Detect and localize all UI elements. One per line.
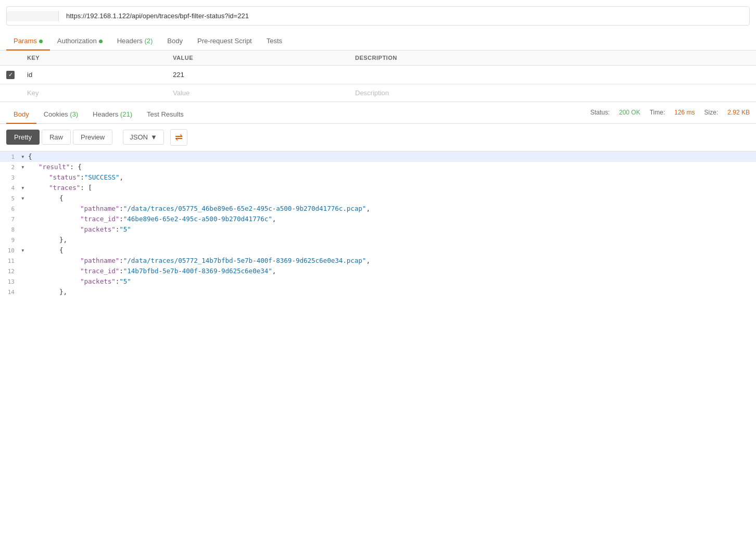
line-arrow-5[interactable]: ▾ bbox=[21, 193, 28, 204]
method-selector[interactable] bbox=[7, 11, 59, 21]
format-type-label: JSON bbox=[130, 133, 148, 141]
line-arrow-13 bbox=[21, 276, 28, 287]
checkbox-col-header bbox=[0, 50, 21, 66]
tab-test-results[interactable]: Test Results bbox=[140, 105, 191, 123]
json-line-1: 1 ▾ { bbox=[0, 151, 756, 162]
json-line-2: 2 ▾ "result": { bbox=[0, 162, 756, 172]
line-num-11: 11 bbox=[4, 257, 21, 266]
tab-params[interactable]: Params bbox=[6, 32, 50, 50]
tab-response-body-label: Body bbox=[14, 110, 29, 118]
tab-body[interactable]: Body bbox=[160, 32, 190, 50]
tab-headers[interactable]: Headers (2) bbox=[110, 32, 160, 50]
line-num-9: 9 bbox=[4, 236, 21, 245]
size-value: 2.92 KB bbox=[727, 109, 750, 116]
wrap-button[interactable]: ⇌ bbox=[170, 129, 187, 146]
json-line-3: 3 "status": "SUCCESS", bbox=[0, 172, 756, 183]
row-value: 221 bbox=[167, 66, 349, 84]
json-line-8: 8 "packets": "5" bbox=[0, 224, 756, 235]
line-arrow-3 bbox=[21, 172, 28, 183]
line-num-1: 1 bbox=[4, 152, 21, 162]
wrap-icon: ⇌ bbox=[175, 132, 183, 143]
line-num-13: 13 bbox=[4, 277, 21, 287]
line-num-12: 12 bbox=[4, 267, 21, 276]
line-num-3: 3 bbox=[4, 173, 21, 183]
empty-checkbox-cell bbox=[0, 84, 21, 101]
row-key: id bbox=[21, 66, 167, 84]
tab-prerequest[interactable]: Pre-request Script bbox=[190, 32, 259, 50]
line-num-4: 4 bbox=[4, 184, 21, 193]
tab-params-label: Params bbox=[14, 37, 37, 45]
response-headers-count: (21) bbox=[120, 110, 132, 118]
tab-tests[interactable]: Tests bbox=[259, 32, 289, 50]
authorization-dot bbox=[99, 40, 103, 43]
line-num-7: 7 bbox=[4, 215, 21, 224]
tab-cookies-label: Cookies bbox=[44, 110, 70, 118]
time-value: 126 ms bbox=[674, 109, 695, 116]
json-line-10: 10 ▾ { bbox=[0, 245, 756, 256]
line-arrow-4[interactable]: ▾ bbox=[21, 183, 28, 193]
tab-authorization-label: Authorization bbox=[57, 37, 97, 45]
line-num-6: 6 bbox=[4, 205, 21, 214]
pretty-button[interactable]: Pretty bbox=[6, 130, 40, 145]
headers-count: (2) bbox=[144, 37, 153, 45]
line-arrow-7 bbox=[21, 214, 28, 224]
tab-cookies[interactable]: Cookies (3) bbox=[36, 105, 85, 123]
params-dot bbox=[39, 40, 43, 43]
format-type-dropdown[interactable]: JSON ▼ bbox=[123, 130, 164, 145]
line-arrow-8 bbox=[21, 224, 28, 235]
json-line-11: 11 "pathname": "/data/traces/05772_14b7b… bbox=[0, 256, 756, 266]
size-label: Size: bbox=[704, 109, 719, 116]
preview-button[interactable]: Preview bbox=[73, 130, 112, 145]
time-label: Time: bbox=[650, 109, 665, 116]
status-value: 200 OK bbox=[619, 109, 640, 116]
params-table: KEY VALUE DESCRIPTION ✓ id 221 Key Value… bbox=[0, 50, 756, 102]
request-tabs: Params Authorization Headers (2) Body Pr… bbox=[0, 32, 756, 50]
line-arrow-6 bbox=[21, 204, 28, 214]
tab-authorization[interactable]: Authorization bbox=[50, 32, 110, 50]
json-line-6: 6 "pathname": "/data/traces/05775_46be89… bbox=[0, 204, 756, 214]
tab-headers-label: Headers bbox=[117, 37, 145, 45]
line-arrow-14 bbox=[21, 287, 28, 297]
row-description bbox=[349, 66, 756, 84]
line-arrow-9 bbox=[21, 235, 28, 245]
line-num-8: 8 bbox=[4, 225, 21, 235]
cookies-count: (3) bbox=[70, 110, 78, 118]
json-line-7: 7 "trace_id": "46be89e6-65e2-495c-a500-9… bbox=[0, 214, 756, 224]
line-num-2: 2 bbox=[4, 163, 21, 172]
value-header: VALUE bbox=[167, 50, 349, 66]
format-bar: Pretty Raw Preview JSON ▼ ⇌ bbox=[0, 124, 756, 151]
tab-response-headers-label: Headers bbox=[93, 110, 120, 118]
response-tabs: Body Cookies (3) Headers (21) Test Resul… bbox=[6, 105, 590, 123]
json-line-14: 14 }, bbox=[0, 287, 756, 297]
json-line-12: 12 "trace_id": "14b7bfbd-5e7b-400f-8369-… bbox=[0, 266, 756, 276]
line-arrow-12 bbox=[21, 266, 28, 276]
json-line-9: 9 }, bbox=[0, 235, 756, 245]
tab-response-body[interactable]: Body bbox=[6, 105, 36, 123]
response-section-header: Body Cookies (3) Headers (21) Test Resul… bbox=[0, 105, 756, 124]
tab-tests-label: Tests bbox=[267, 37, 282, 45]
format-type-chevron: ▼ bbox=[150, 133, 157, 141]
status-label: Status: bbox=[590, 109, 610, 116]
line-num-10: 10 bbox=[4, 246, 21, 256]
line-arrow-1[interactable]: ▾ bbox=[21, 151, 28, 162]
json-line-5: 5 ▾ { bbox=[0, 193, 756, 204]
key-header: KEY bbox=[21, 50, 167, 66]
empty-description[interactable]: Description bbox=[349, 84, 756, 101]
line-arrow-10[interactable]: ▾ bbox=[21, 245, 28, 256]
tab-test-results-label: Test Results bbox=[147, 110, 184, 118]
table-row-empty: Key Value Description bbox=[0, 84, 756, 101]
empty-key[interactable]: Key bbox=[21, 84, 167, 101]
description-header: DESCRIPTION bbox=[349, 50, 756, 66]
response-status: Status: 200 OK Time: 126 ms Size: 2.92 K… bbox=[590, 109, 750, 119]
table-row: ✓ id 221 bbox=[0, 66, 756, 84]
tab-response-headers[interactable]: Headers (21) bbox=[85, 105, 140, 123]
empty-value[interactable]: Value bbox=[167, 84, 349, 101]
row-checkbox-cell: ✓ bbox=[0, 66, 21, 84]
line-num-5: 5 bbox=[4, 194, 21, 204]
url-bar bbox=[6, 6, 750, 26]
line-arrow-11 bbox=[21, 256, 28, 266]
line-arrow-2[interactable]: ▾ bbox=[21, 162, 28, 172]
raw-button[interactable]: Raw bbox=[42, 130, 71, 145]
row-checkbox[interactable]: ✓ bbox=[6, 71, 15, 79]
url-input[interactable] bbox=[59, 7, 749, 25]
